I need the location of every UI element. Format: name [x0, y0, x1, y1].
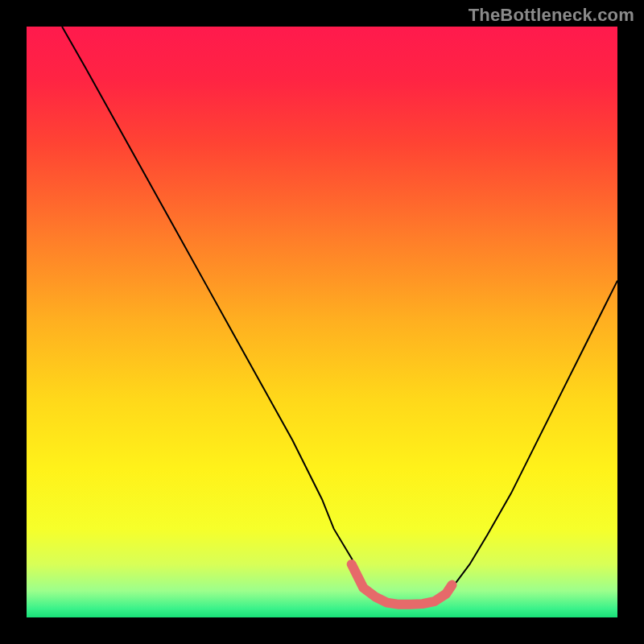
svg-rect-0 — [27, 27, 617, 617]
watermark-text: TheBottleneck.com — [469, 5, 634, 26]
chart-frame: TheBottleneck.com — [0, 0, 644, 644]
heat-gradient-background — [27, 27, 617, 617]
plot-area — [27, 27, 617, 617]
